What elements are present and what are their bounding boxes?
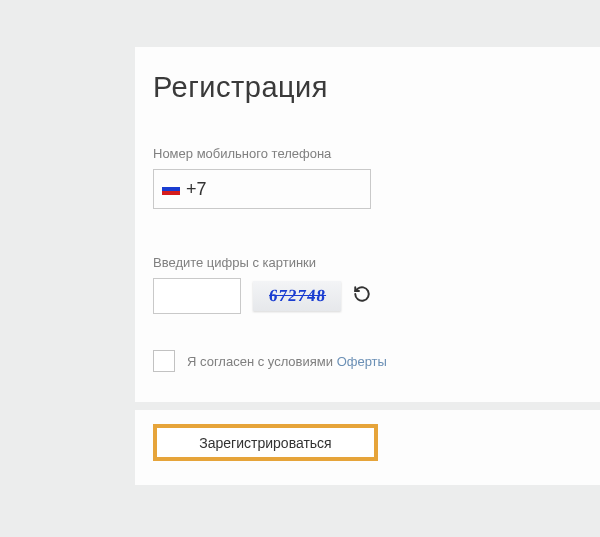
offer-link[interactable]: Оферты — [337, 354, 387, 369]
captcha-image-text: 672748 — [267, 286, 326, 306]
submit-button[interactable]: Зарегистрироваться — [153, 424, 378, 461]
captcha-image: 672748 — [253, 281, 341, 311]
phone-field-wrapper[interactable]: +7 — [153, 169, 371, 209]
captcha-input[interactable] — [153, 278, 241, 314]
phone-label: Номер мобильного телефона — [153, 146, 582, 161]
flag-ru-icon — [162, 183, 180, 195]
agreement-row: Я согласен с условиями Оферты — [153, 350, 582, 372]
captcha-row: 672748 — [153, 278, 582, 314]
submit-button-label: Зарегистрироваться — [199, 435, 331, 451]
captcha-label: Введите цифры с картинки — [153, 255, 582, 270]
agreement-text: Я согласен с условиями — [187, 354, 333, 369]
phone-prefix: +7 — [186, 179, 207, 200]
footer-panel: Зарегистрироваться — [135, 409, 600, 485]
refresh-icon[interactable] — [353, 285, 371, 308]
agreement-checkbox[interactable] — [153, 350, 175, 372]
registration-card: Регистрация Номер мобильного телефона +7… — [135, 47, 600, 402]
page-title: Регистрация — [153, 71, 582, 104]
phone-input[interactable] — [213, 179, 362, 200]
